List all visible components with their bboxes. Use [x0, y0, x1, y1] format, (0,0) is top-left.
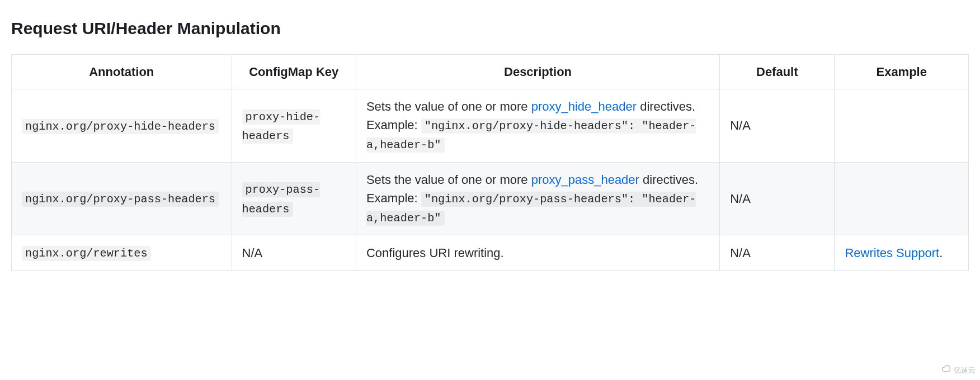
annotation-code: nginx.org/proxy-hide-headers [22, 119, 219, 134]
cell-annotation: nginx.org/proxy-hide-headers [12, 89, 232, 163]
cell-description: Configures URI rewriting. [356, 235, 719, 270]
desc-link[interactable]: proxy_pass_header [531, 173, 639, 187]
col-header-example: Example [835, 55, 969, 89]
col-header-configmap: ConfigMap Key [232, 55, 356, 89]
cell-configmap: proxy-pass-headers [232, 162, 356, 235]
cell-description: Sets the value of one or more proxy_hide… [356, 89, 719, 163]
cell-annotation: nginx.org/rewrites [12, 235, 232, 270]
cell-example [835, 89, 969, 163]
cell-annotation: nginx.org/proxy-pass-headers [12, 162, 232, 235]
desc-prefix: Sets the value of one or more [366, 99, 531, 113]
table-row: nginx.org/proxy-pass-headers proxy-pass-… [12, 162, 969, 235]
col-header-description: Description [356, 55, 719, 89]
example-link[interactable]: Rewrites Support [845, 246, 939, 260]
configmap-code: proxy-hide-headers [242, 110, 321, 144]
annotation-code: nginx.org/rewrites [22, 246, 151, 261]
section-heading: Request URI/Header Manipulation [11, 16, 969, 41]
col-header-annotation: Annotation [12, 55, 232, 89]
cell-configmap: proxy-hide-headers [232, 89, 356, 163]
desc-link[interactable]: proxy_hide_header [531, 99, 637, 113]
cell-default: N/A [720, 162, 835, 235]
col-header-default: Default [720, 55, 835, 89]
config-table: Annotation ConfigMap Key Description Def… [11, 54, 969, 271]
desc-prefix: Sets the value of one or more [366, 173, 531, 187]
cell-default: N/A [720, 235, 835, 270]
table-row: nginx.org/rewrites N/A Configures URI re… [12, 235, 969, 270]
table-header-row: Annotation ConfigMap Key Description Def… [12, 55, 969, 89]
cell-example [835, 162, 969, 235]
annotation-code: nginx.org/proxy-pass-headers [22, 192, 219, 207]
configmap-code: proxy-pass-headers [242, 182, 321, 216]
cell-default: N/A [720, 89, 835, 163]
cell-description: Sets the value of one or more proxy_pass… [356, 162, 719, 235]
example-suffix: . [939, 246, 943, 260]
cell-configmap: N/A [232, 235, 356, 270]
table-row: nginx.org/proxy-hide-headers proxy-hide-… [12, 89, 969, 163]
cell-example: Rewrites Support. [835, 235, 969, 270]
